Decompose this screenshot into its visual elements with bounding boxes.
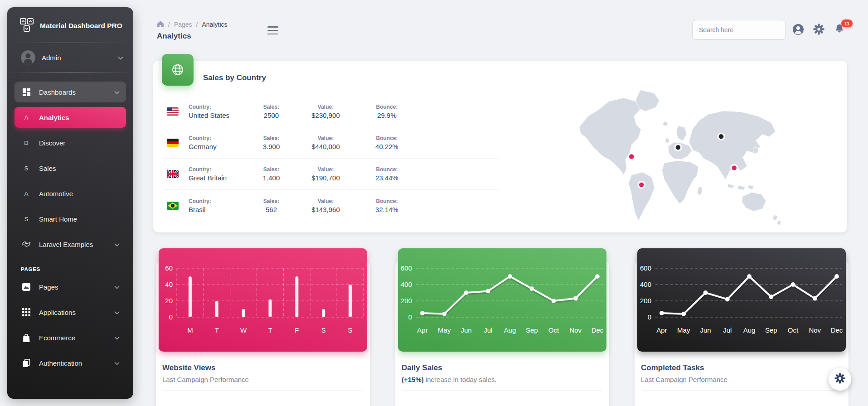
card-subtitle: (+15%) increase in today sales.	[402, 376, 603, 383]
svg-text:Jun: Jun	[700, 326, 711, 334]
col-label: Sales:	[247, 135, 295, 141]
svg-text:200: 200	[640, 297, 651, 304]
svg-text:Nov: Nov	[809, 326, 821, 334]
material-logo-icon	[19, 17, 34, 34]
country-value: Germany	[189, 143, 247, 150]
svg-text:S: S	[321, 326, 326, 334]
svg-text:600: 600	[401, 264, 412, 272]
col-label: Country:	[189, 104, 247, 110]
svg-text:Aug: Aug	[504, 326, 516, 334]
card-subtitle: Last Campaign Performance	[641, 376, 842, 383]
card-title: Completed Tasks	[641, 363, 842, 372]
sidebar-item-label: Authentication	[39, 359, 114, 367]
svg-text:Jul: Jul	[484, 326, 492, 334]
account-icon[interactable]	[792, 24, 804, 35]
col-label: Sales:	[247, 198, 295, 204]
sidebar-item-authentication[interactable]: Authentication	[15, 353, 126, 373]
sales-value: 2500	[247, 111, 295, 119]
bounce-value: 23.44%	[356, 174, 417, 182]
card-title: Website Views	[162, 363, 364, 372]
table-row: Country: Brasil Sales: 562 Value: $143,9…	[163, 190, 499, 221]
table-row: Country: Germany Sales: 3.900 Value: $44…	[163, 127, 499, 159]
sidebar-item-applications[interactable]: Applications	[15, 302, 126, 323]
image-icon	[21, 281, 32, 292]
chevron-down-icon	[114, 240, 120, 248]
website-views-card: 0204060MTWTFSS Website Views Last Campai…	[156, 261, 370, 406]
sidebar-user-admin[interactable]: Admin	[7, 43, 133, 72]
brand-title: Material Dashboard PRO	[40, 22, 122, 30]
breadcrumb-current: Analytics	[202, 21, 227, 28]
bounce-value: 32.14%	[356, 206, 417, 213]
card-title: Sales by Country	[203, 73, 266, 82]
svg-text:0: 0	[169, 313, 173, 321]
home-icon[interactable]	[157, 20, 164, 29]
svg-text:400: 400	[401, 280, 412, 288]
globe-icon	[162, 54, 194, 86]
sidebar-item-label: Laravel Examples	[39, 241, 114, 248]
svg-text:20: 20	[165, 297, 173, 304]
svg-text:200: 200	[401, 297, 412, 304]
sidebar-item-discover[interactable]: D Discover	[15, 132, 126, 153]
sales-by-country-card: Sales by Country Country: United States	[153, 61, 847, 232]
item-letter: A	[21, 114, 32, 121]
breadcrumb: / Pages / Analytics	[157, 20, 228, 29]
sidebar-item-laravel-examples[interactable]: Laravel Examples	[15, 234, 126, 255]
svg-text:Aug: Aug	[743, 326, 756, 334]
sidebar-section-pages: PAGES	[7, 259, 133, 276]
item-letter: S	[21, 216, 32, 222]
flag-de-icon	[163, 139, 189, 147]
daily-sales-card: 0200400600AprMayJunJulAugSepOctNovDec Da…	[395, 261, 609, 406]
sidebar-item-analytics[interactable]: A Analytics	[15, 107, 126, 128]
sidebar-item-pages[interactable]: Pages	[15, 276, 126, 297]
value-value: $440,000	[295, 143, 356, 150]
search-box	[692, 20, 786, 40]
svg-text:Apr: Apr	[417, 326, 427, 334]
svg-text:May: May	[677, 326, 690, 334]
notification-badge[interactable]: 11	[841, 19, 853, 27]
svg-text:May: May	[438, 326, 451, 334]
page-title: Analytics	[157, 32, 191, 41]
sidebar-item-smart-home[interactable]: S Smart Home	[15, 208, 126, 229]
sidebar-item-label: Analytics	[39, 114, 120, 121]
svg-text:Jul: Jul	[723, 326, 732, 334]
col-label: Value:	[295, 135, 356, 141]
col-label: Bounce:	[356, 198, 417, 204]
sidebar-nav: Dashboards A Analytics D Discover S Sale…	[7, 72, 133, 373]
world-map	[575, 86, 801, 227]
sidebar-item-label: Sales	[39, 164, 120, 172]
value-value: $230,900	[295, 111, 356, 119]
chevron-down-icon	[114, 308, 120, 316]
sidebar-item-sales[interactable]: S Sales	[15, 158, 126, 179]
hamburger-icon[interactable]	[267, 26, 278, 34]
svg-text:Dec: Dec	[831, 326, 843, 334]
chevron-down-icon	[114, 359, 120, 367]
sidebar-item-label: Ecommerce	[39, 334, 114, 342]
chevron-down-icon	[114, 88, 120, 96]
bar-chart: 0204060MTWTFSS	[159, 248, 367, 352]
svg-text:Apr: Apr	[656, 326, 667, 334]
col-label: Value:	[295, 166, 356, 173]
flag-us-icon	[163, 107, 189, 116]
settings-icon[interactable]	[813, 24, 825, 35]
clipboard-icon	[21, 358, 32, 368]
sales-value: 1.400	[247, 174, 295, 182]
sidebar-item-label: Automotive	[39, 190, 120, 198]
bounce-value: 29.9%	[356, 111, 417, 119]
sidebar-item-automotive[interactable]: A Automotive	[15, 183, 126, 204]
svg-text:T: T	[215, 326, 219, 334]
svg-text:Sep: Sep	[765, 326, 777, 334]
col-label: Sales:	[247, 166, 295, 173]
item-letter: S	[21, 165, 32, 172]
sidebar-item-dashboards[interactable]: Dashboards	[15, 82, 126, 102]
col-label: Bounce:	[356, 135, 417, 141]
card-subtitle: Last Campaign Performance	[162, 376, 364, 383]
table-row: Country: United States Sales: 2500 Value…	[163, 96, 499, 127]
brand[interactable]: Material Dashboard PRO	[7, 7, 133, 43]
breadcrumb-pages[interactable]: Pages	[174, 21, 192, 28]
item-letter: A	[21, 190, 32, 197]
svg-text:600: 600	[640, 264, 651, 272]
settings-fab[interactable]	[829, 368, 851, 391]
sidebar-item-ecommerce[interactable]: Ecommerce	[15, 327, 126, 348]
chevron-down-icon	[114, 334, 120, 342]
search-input[interactable]	[692, 20, 786, 40]
